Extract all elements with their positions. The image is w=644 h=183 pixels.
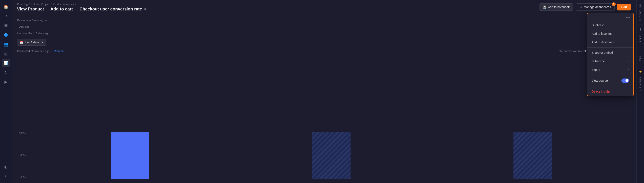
help-icon[interactable]: ? bbox=[638, 48, 643, 54]
bar-2 bbox=[312, 132, 350, 179]
last-modified: Last modified 16 days ago bbox=[17, 32, 631, 35]
date-chevron-icon: ▼ bbox=[41, 41, 44, 44]
export-label: Export bbox=[592, 68, 600, 71]
sidebar-users[interactable]: 👥 bbox=[2, 40, 10, 49]
left-sidebar: 🏠 ↺ ☰ 🔷 👥 ◎ 📊 ↻ ▶ ◐ ✦ bbox=[0, 0, 12, 183]
docs-label[interactable]: Docs bbox=[639, 33, 642, 44]
computed-row: Computed 32 minutes ago • Refresh bbox=[17, 50, 64, 53]
notebooks-label[interactable]: Notebooks bbox=[639, 3, 642, 23]
dot-separator: • bbox=[51, 50, 52, 53]
add-dashboard-label: Add to dashboard bbox=[592, 41, 615, 44]
menu-item-export[interactable]: Export › bbox=[587, 66, 633, 74]
sidebar-refresh[interactable]: ↻ bbox=[2, 68, 10, 77]
duplicate-label: Duplicate bbox=[592, 24, 604, 27]
description-edit-icon[interactable]: ✏ bbox=[45, 19, 47, 22]
page-title: View Product → Add to cart → Checkout us… bbox=[17, 7, 147, 12]
chart-area: 100% 80% 60% bbox=[17, 56, 631, 179]
sidebar-toggle[interactable]: ◐ bbox=[2, 162, 10, 171]
docs-icon[interactable]: ℹ bbox=[638, 27, 643, 33]
menu-divider-2 bbox=[587, 75, 633, 75]
calendar-icon: 📅 bbox=[20, 41, 23, 44]
page-title-section: PostHog / Tutorial Project / Product ana… bbox=[17, 3, 147, 12]
top-bar: PostHog / Tutorial Project / Product ana… bbox=[12, 0, 636, 14]
menu-item-duplicate[interactable]: Duplicate bbox=[587, 21, 633, 30]
menu-item-subscribe[interactable]: Subscribe › bbox=[587, 57, 633, 66]
main-content: PostHog / Tutorial Project / Product ana… bbox=[12, 0, 636, 183]
add-notebook-label: Add to notebook bbox=[548, 5, 570, 9]
sidebar-diamond[interactable]: 🔷 bbox=[2, 31, 10, 39]
y-label-100: 100% bbox=[17, 132, 26, 135]
breadcrumb-sep2: / bbox=[51, 3, 52, 6]
add-tag-button[interactable]: + Add tag bbox=[17, 25, 631, 28]
add-favorites-label: Add to favorites bbox=[592, 32, 612, 35]
bar-group-2 bbox=[233, 132, 430, 179]
dropdown-header: ••• bbox=[587, 13, 633, 21]
breadcrumb-project[interactable]: Tutorial Project bbox=[31, 3, 50, 6]
sidebar-back[interactable]: ↺ bbox=[2, 12, 10, 21]
breadcrumb-sep3: / bbox=[75, 3, 76, 6]
page-title-text: View Product → Add to cart → Checkout us… bbox=[17, 7, 142, 12]
computed-text: Computed 32 minutes ago bbox=[17, 50, 50, 53]
info-row: Computed 32 minutes ago • Refresh Total … bbox=[17, 50, 631, 53]
breadcrumb: PostHog / Tutorial Project / Product ana… bbox=[17, 3, 147, 6]
chart-y-labels: 100% 80% 60% bbox=[17, 132, 27, 179]
chart-bars bbox=[32, 132, 631, 179]
subscribe-label: Subscribe bbox=[592, 60, 605, 63]
edit-button[interactable]: Edit bbox=[617, 4, 631, 11]
sidebar-list[interactable]: ☰ bbox=[2, 21, 10, 30]
manage-dashboards-label: Manage dashboards bbox=[584, 5, 611, 9]
right-sidebar: Notebooks ℹ Docs ? Help ⚡ Quick start bbox=[636, 0, 644, 183]
manage-dashboards-badge: 1 bbox=[612, 2, 616, 6]
breadcrumb-sep1: / bbox=[29, 3, 30, 6]
dropdown-menu: ••• Duplicate Add to favorites Add to da… bbox=[587, 13, 634, 96]
add-to-notebook-button[interactable]: 📓 Add to notebook bbox=[539, 4, 573, 11]
manage-icon: ↺ bbox=[580, 5, 582, 9]
breadcrumb-brand[interactable]: PostHog bbox=[17, 3, 28, 6]
bar-1 bbox=[111, 132, 149, 179]
filter-row: 📅 Last 7 days ▼ ≡ Left to right ▼ ••• bbox=[17, 38, 631, 46]
menu-item-delete-insight[interactable]: Delete insight bbox=[587, 87, 633, 96]
y-label-80: 80% bbox=[17, 154, 26, 157]
y-label-60: 60% bbox=[17, 176, 26, 179]
view-source-toggle[interactable] bbox=[622, 79, 629, 83]
view-source-row: View source bbox=[587, 76, 633, 85]
menu-item-add-dashboard[interactable]: Add to dashboard bbox=[587, 38, 633, 47]
sidebar-circle[interactable]: ◎ bbox=[2, 50, 10, 58]
export-chevron-icon: › bbox=[628, 68, 629, 71]
notebook-icon: 📓 bbox=[543, 5, 546, 9]
menu-item-share-embed[interactable]: Share or embed bbox=[587, 48, 633, 57]
menu-divider-1 bbox=[587, 47, 633, 48]
bar-group-3 bbox=[434, 132, 631, 179]
sidebar-home[interactable]: 🏠 bbox=[2, 3, 10, 11]
top-actions: 📓 Add to notebook 1 ↺ Manage dashboards … bbox=[539, 4, 631, 11]
date-range-label: Last 7 days bbox=[25, 41, 39, 44]
content-area: Description (optional) ✏ + Add tag Last … bbox=[12, 14, 636, 183]
refresh-button[interactable]: Refresh bbox=[54, 50, 64, 53]
bar-group-1 bbox=[32, 132, 228, 179]
breadcrumb-section[interactable]: Product analytics bbox=[53, 3, 74, 6]
menu-divider-3 bbox=[587, 86, 633, 86]
right-sep-1 bbox=[638, 25, 643, 25]
sidebar-chart[interactable]: 📊 bbox=[2, 59, 10, 67]
sidebar-play[interactable]: ▶ bbox=[2, 78, 10, 86]
dropdown-three-dots[interactable]: ••• bbox=[626, 15, 631, 20]
title-edit-icon[interactable]: ✏ bbox=[144, 7, 147, 11]
quickstart-icon[interactable]: ⚡ bbox=[638, 69, 643, 75]
filter-left: 📅 Last 7 days ▼ bbox=[17, 39, 46, 46]
date-filter-button[interactable]: 📅 Last 7 days ▼ bbox=[17, 39, 46, 46]
quickstart-label[interactable]: Quick start bbox=[639, 76, 642, 97]
help-label[interactable]: Help bbox=[639, 55, 642, 65]
description-text: Description (optional) bbox=[17, 19, 43, 22]
total-label-text: otal conversion rate: bbox=[559, 50, 584, 53]
right-sep-2 bbox=[638, 46, 643, 46]
view-source-label: View source bbox=[592, 79, 608, 82]
subscribe-chevron-icon: › bbox=[628, 60, 629, 63]
manage-dashboards-button[interactable]: 1 ↺ Manage dashboards bbox=[576, 4, 614, 11]
menu-item-add-favorites[interactable]: Add to favorites bbox=[587, 30, 633, 38]
share-embed-label: Share or embed bbox=[592, 51, 613, 54]
description-row: Description (optional) ✏ bbox=[17, 19, 631, 22]
right-sep-3 bbox=[638, 67, 643, 67]
delete-insight-label: Delete insight bbox=[592, 90, 610, 93]
sidebar-sparkle[interactable]: ✦ bbox=[2, 172, 10, 180]
bar-3 bbox=[514, 132, 552, 179]
